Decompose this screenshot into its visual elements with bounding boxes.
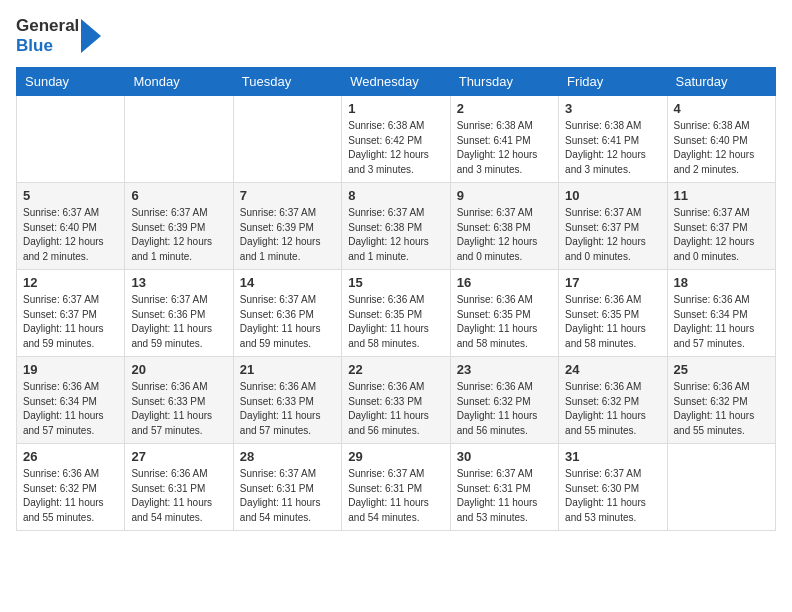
calendar-table: SundayMondayTuesdayWednesdayThursdayFrid… [16,67,776,531]
day-number: 13 [131,275,226,290]
calendar-cell: 29Sunrise: 6:37 AMSunset: 6:31 PMDayligh… [342,444,450,531]
day-number: 27 [131,449,226,464]
day-number: 23 [457,362,552,377]
day-info: Sunrise: 6:37 AMSunset: 6:39 PMDaylight:… [131,206,226,264]
calendar-cell: 8Sunrise: 6:37 AMSunset: 6:38 PMDaylight… [342,183,450,270]
day-number: 28 [240,449,335,464]
day-number: 9 [457,188,552,203]
day-number: 19 [23,362,118,377]
page-header: General Blue [16,16,776,55]
calendar-week-row: 19Sunrise: 6:36 AMSunset: 6:34 PMDayligh… [17,357,776,444]
day-info: Sunrise: 6:38 AMSunset: 6:42 PMDaylight:… [348,119,443,177]
logo-blue-text: Blue [16,36,79,56]
calendar-cell: 5Sunrise: 6:37 AMSunset: 6:40 PMDaylight… [17,183,125,270]
svg-marker-0 [81,19,101,53]
day-info: Sunrise: 6:37 AMSunset: 6:39 PMDaylight:… [240,206,335,264]
day-info: Sunrise: 6:37 AMSunset: 6:36 PMDaylight:… [131,293,226,351]
calendar-cell: 18Sunrise: 6:36 AMSunset: 6:34 PMDayligh… [667,270,775,357]
day-info: Sunrise: 6:36 AMSunset: 6:35 PMDaylight:… [565,293,660,351]
calendar-cell: 17Sunrise: 6:36 AMSunset: 6:35 PMDayligh… [559,270,667,357]
day-number: 7 [240,188,335,203]
calendar-cell: 16Sunrise: 6:36 AMSunset: 6:35 PMDayligh… [450,270,558,357]
day-info: Sunrise: 6:37 AMSunset: 6:40 PMDaylight:… [23,206,118,264]
day-info: Sunrise: 6:36 AMSunset: 6:33 PMDaylight:… [240,380,335,438]
logo: General Blue [16,16,101,55]
calendar-cell: 1Sunrise: 6:38 AMSunset: 6:42 PMDaylight… [342,96,450,183]
day-number: 31 [565,449,660,464]
calendar-cell: 21Sunrise: 6:36 AMSunset: 6:33 PMDayligh… [233,357,341,444]
day-info: Sunrise: 6:37 AMSunset: 6:36 PMDaylight:… [240,293,335,351]
calendar-cell: 28Sunrise: 6:37 AMSunset: 6:31 PMDayligh… [233,444,341,531]
day-info: Sunrise: 6:36 AMSunset: 6:34 PMDaylight:… [674,293,769,351]
calendar-cell: 31Sunrise: 6:37 AMSunset: 6:30 PMDayligh… [559,444,667,531]
weekday-header-monday: Monday [125,68,233,96]
calendar-cell [125,96,233,183]
day-info: Sunrise: 6:37 AMSunset: 6:37 PMDaylight:… [565,206,660,264]
calendar-cell: 26Sunrise: 6:36 AMSunset: 6:32 PMDayligh… [17,444,125,531]
day-number: 12 [23,275,118,290]
day-info: Sunrise: 6:37 AMSunset: 6:31 PMDaylight:… [457,467,552,525]
day-info: Sunrise: 6:37 AMSunset: 6:31 PMDaylight:… [240,467,335,525]
calendar-cell [667,444,775,531]
day-info: Sunrise: 6:36 AMSunset: 6:31 PMDaylight:… [131,467,226,525]
day-number: 15 [348,275,443,290]
day-number: 6 [131,188,226,203]
day-info: Sunrise: 6:36 AMSunset: 6:35 PMDaylight:… [457,293,552,351]
calendar-cell: 30Sunrise: 6:37 AMSunset: 6:31 PMDayligh… [450,444,558,531]
calendar-cell: 19Sunrise: 6:36 AMSunset: 6:34 PMDayligh… [17,357,125,444]
calendar-cell: 13Sunrise: 6:37 AMSunset: 6:36 PMDayligh… [125,270,233,357]
calendar-header-row: SundayMondayTuesdayWednesdayThursdayFrid… [17,68,776,96]
calendar-cell: 10Sunrise: 6:37 AMSunset: 6:37 PMDayligh… [559,183,667,270]
calendar-cell: 25Sunrise: 6:36 AMSunset: 6:32 PMDayligh… [667,357,775,444]
calendar-week-row: 12Sunrise: 6:37 AMSunset: 6:37 PMDayligh… [17,270,776,357]
calendar-cell: 3Sunrise: 6:38 AMSunset: 6:41 PMDaylight… [559,96,667,183]
calendar-cell: 14Sunrise: 6:37 AMSunset: 6:36 PMDayligh… [233,270,341,357]
day-info: Sunrise: 6:36 AMSunset: 6:32 PMDaylight:… [565,380,660,438]
day-info: Sunrise: 6:36 AMSunset: 6:34 PMDaylight:… [23,380,118,438]
day-info: Sunrise: 6:37 AMSunset: 6:31 PMDaylight:… [348,467,443,525]
day-number: 17 [565,275,660,290]
day-number: 16 [457,275,552,290]
day-number: 11 [674,188,769,203]
day-info: Sunrise: 6:36 AMSunset: 6:33 PMDaylight:… [131,380,226,438]
day-info: Sunrise: 6:38 AMSunset: 6:40 PMDaylight:… [674,119,769,177]
day-number: 4 [674,101,769,116]
calendar-cell: 22Sunrise: 6:36 AMSunset: 6:33 PMDayligh… [342,357,450,444]
calendar-cell: 4Sunrise: 6:38 AMSunset: 6:40 PMDaylight… [667,96,775,183]
calendar-cell: 27Sunrise: 6:36 AMSunset: 6:31 PMDayligh… [125,444,233,531]
day-number: 21 [240,362,335,377]
day-number: 8 [348,188,443,203]
calendar-cell: 7Sunrise: 6:37 AMSunset: 6:39 PMDaylight… [233,183,341,270]
day-number: 20 [131,362,226,377]
day-number: 30 [457,449,552,464]
logo-arrow-icon [81,19,101,53]
day-info: Sunrise: 6:36 AMSunset: 6:33 PMDaylight:… [348,380,443,438]
day-number: 22 [348,362,443,377]
day-number: 3 [565,101,660,116]
calendar-cell: 15Sunrise: 6:36 AMSunset: 6:35 PMDayligh… [342,270,450,357]
calendar-cell: 2Sunrise: 6:38 AMSunset: 6:41 PMDaylight… [450,96,558,183]
calendar-cell: 24Sunrise: 6:36 AMSunset: 6:32 PMDayligh… [559,357,667,444]
calendar-cell: 12Sunrise: 6:37 AMSunset: 6:37 PMDayligh… [17,270,125,357]
day-number: 24 [565,362,660,377]
day-number: 18 [674,275,769,290]
day-number: 1 [348,101,443,116]
calendar-week-row: 1Sunrise: 6:38 AMSunset: 6:42 PMDaylight… [17,96,776,183]
day-info: Sunrise: 6:37 AMSunset: 6:38 PMDaylight:… [457,206,552,264]
logo-general-text: General [16,16,79,36]
day-info: Sunrise: 6:38 AMSunset: 6:41 PMDaylight:… [457,119,552,177]
day-info: Sunrise: 6:36 AMSunset: 6:32 PMDaylight:… [23,467,118,525]
weekday-header-tuesday: Tuesday [233,68,341,96]
day-number: 14 [240,275,335,290]
day-info: Sunrise: 6:38 AMSunset: 6:41 PMDaylight:… [565,119,660,177]
day-info: Sunrise: 6:37 AMSunset: 6:30 PMDaylight:… [565,467,660,525]
calendar-cell: 11Sunrise: 6:37 AMSunset: 6:37 PMDayligh… [667,183,775,270]
weekday-header-wednesday: Wednesday [342,68,450,96]
day-number: 25 [674,362,769,377]
calendar-cell: 20Sunrise: 6:36 AMSunset: 6:33 PMDayligh… [125,357,233,444]
day-number: 10 [565,188,660,203]
weekday-header-sunday: Sunday [17,68,125,96]
weekday-header-friday: Friday [559,68,667,96]
day-number: 26 [23,449,118,464]
calendar-cell: 23Sunrise: 6:36 AMSunset: 6:32 PMDayligh… [450,357,558,444]
